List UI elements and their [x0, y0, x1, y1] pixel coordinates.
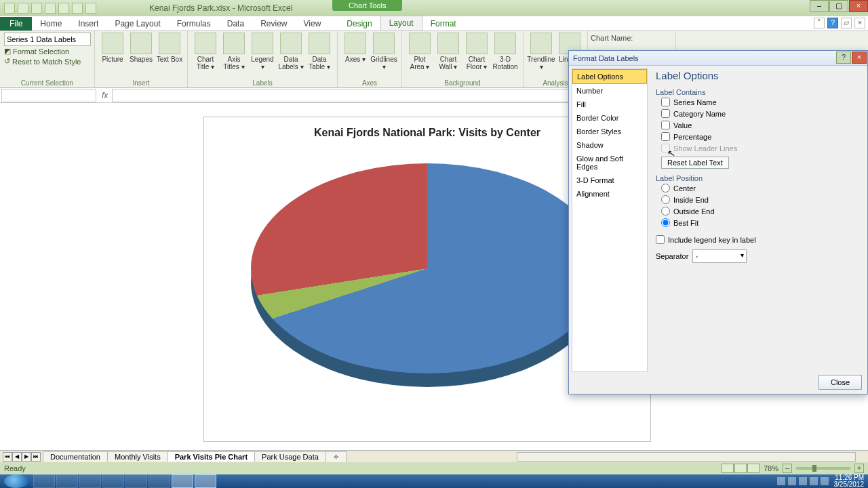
trendline-button[interactable]: Trendline ▾ — [528, 33, 555, 70]
cat-alignment[interactable]: Alignment — [572, 187, 647, 201]
cat-label-options[interactable]: Label Options — [572, 69, 647, 84]
plot-area-button[interactable]: Plot Area ▾ — [406, 33, 433, 70]
tray-flag-icon[interactable] — [788, 477, 796, 485]
opt-value[interactable]: Value — [656, 119, 862, 131]
file-tab[interactable]: File — [0, 17, 32, 30]
pos-center[interactable]: Center — [656, 182, 862, 194]
minimize-button[interactable]: – — [810, 0, 829, 12]
task-calc-icon[interactable] — [149, 474, 170, 488]
opt-series-name[interactable]: Series Name — [656, 96, 862, 108]
open-icon[interactable] — [58, 3, 69, 14]
opt-include-legend-key[interactable]: Include legend key in label — [656, 234, 862, 245]
cat-border-styles[interactable]: Border Styles — [572, 125, 647, 138]
zoom-in-button[interactable]: + — [854, 464, 864, 473]
minimize-ribbon-icon[interactable]: ˄ — [814, 18, 825, 28]
start-button[interactable] — [4, 474, 28, 488]
new-sheet-button[interactable]: ✧ — [326, 451, 347, 462]
axis-titles-button[interactable]: Axis Titles ▾ — [220, 33, 248, 70]
cat-3d-format[interactable]: 3-D Format — [572, 174, 647, 187]
tray-network-icon[interactable] — [810, 477, 818, 485]
tab-formulas[interactable]: Formulas — [169, 17, 219, 30]
sheet-nav-last[interactable]: ⏭ — [31, 452, 41, 462]
tab-insert[interactable]: Insert — [70, 17, 106, 30]
dialog-close-icon[interactable]: × — [852, 52, 867, 64]
view-page-break-icon[interactable] — [747, 464, 760, 473]
task-chrome-icon[interactable] — [79, 474, 101, 488]
legend-button[interactable]: Legend ▾ — [249, 33, 276, 70]
gridlines-button[interactable]: Gridlines ▾ — [370, 33, 397, 70]
task-firefox-icon[interactable] — [56, 474, 78, 488]
sheet-nav-prev[interactable]: ◀ — [12, 452, 22, 462]
picture-button[interactable]: Picture — [99, 33, 126, 63]
pos-outside-end[interactable]: Outside End — [656, 205, 862, 217]
view-page-layout-icon[interactable] — [734, 464, 747, 473]
cat-border-color[interactable]: Border Color — [572, 111, 647, 125]
tab-view[interactable]: View — [296, 17, 330, 30]
task-media-icon[interactable] — [125, 474, 147, 488]
tray-power-icon[interactable] — [799, 477, 807, 485]
cat-number[interactable]: Number — [572, 84, 647, 98]
3d-rotation-button[interactable]: 3-D Rotation — [492, 33, 519, 70]
view-normal-icon[interactable] — [722, 464, 734, 473]
format-selection-button[interactable]: ◩Format Selection — [4, 46, 90, 56]
chart-element-selector[interactable] — [4, 33, 91, 46]
sheet-tab-documentation[interactable]: Documentation — [43, 451, 108, 462]
task-ie-icon[interactable] — [102, 474, 124, 488]
task-camtasia-icon[interactable] — [195, 474, 216, 488]
sheet-nav-next[interactable]: ▶ — [22, 452, 31, 462]
chart-title-button[interactable]: Chart Title ▾ — [192, 33, 219, 70]
task-excel-icon[interactable] — [172, 474, 193, 488]
fx-icon[interactable]: fx — [98, 91, 112, 100]
pos-inside-end[interactable]: Inside End — [656, 194, 862, 205]
dialog-titlebar[interactable]: Format Data Labels ? × — [569, 51, 867, 66]
cat-glow[interactable]: Glow and Soft Edges — [572, 152, 647, 174]
tab-data[interactable]: Data — [219, 17, 252, 30]
opt-category-name[interactable]: Category Name — [656, 108, 862, 119]
sheet-tab-monthly-visits[interactable]: Monthly Visits — [107, 451, 168, 462]
sheet-tab-usage-data[interactable]: Park Usage Data — [254, 451, 326, 462]
tray-up-icon[interactable] — [777, 477, 785, 485]
tab-review[interactable]: Review — [252, 17, 295, 30]
name-box[interactable] — [1, 89, 96, 102]
shapes-button[interactable]: Shapes — [127, 33, 155, 63]
new-icon[interactable] — [72, 3, 83, 14]
pos-best-fit[interactable]: Best Fit — [656, 217, 862, 228]
close-workbook-icon[interactable]: × — [854, 18, 865, 28]
save-icon[interactable] — [18, 3, 28, 14]
zoom-slider[interactable] — [796, 467, 850, 470]
sheet-nav-first[interactable]: ⏮ — [3, 452, 12, 462]
dialog-help-icon[interactable]: ? — [836, 52, 851, 64]
reset-style-button[interactable]: ↺Reset to Match Style — [4, 56, 90, 66]
sheet-tab-pie-chart[interactable]: Park Visits Pie Chart — [167, 451, 255, 462]
tab-home[interactable]: Home — [32, 17, 70, 30]
close-button[interactable]: × — [849, 0, 868, 12]
chart-wall-button[interactable]: Chart Wall ▾ — [435, 33, 462, 70]
data-table-button[interactable]: Data Table ▾ — [306, 33, 333, 70]
tab-page-layout[interactable]: Page Layout — [106, 17, 168, 30]
pie-chart[interactable] — [251, 163, 604, 407]
maximize-button[interactable]: ▢ — [829, 0, 848, 12]
chart-floor-button[interactable]: Chart Floor ▾ — [463, 33, 490, 70]
print-preview-icon[interactable] — [85, 3, 96, 14]
text-box-button[interactable]: Text Box — [156, 33, 183, 63]
zoom-out-button[interactable]: – — [783, 464, 792, 473]
horizontal-scrollbar[interactable] — [517, 452, 856, 462]
tray-volume-icon[interactable] — [821, 477, 829, 485]
data-labels-button[interactable]: Data Labels ▾ — [277, 33, 304, 70]
axes-button[interactable]: Axes ▾ — [342, 33, 369, 63]
opt-percentage[interactable]: Percentage — [656, 131, 862, 142]
restore-workbook-icon[interactable]: ▱ — [841, 18, 852, 28]
separator-select[interactable]: , — [692, 249, 747, 263]
task-explorer-icon[interactable] — [33, 474, 55, 488]
cat-shadow[interactable]: Shadow — [572, 138, 647, 152]
reset-label-text-button[interactable]: Reset Label Text — [661, 157, 729, 169]
tab-layout[interactable]: Layout — [380, 16, 422, 30]
opt-leader-lines: Show Leader Lines — [656, 142, 862, 154]
undo-icon[interactable] — [31, 3, 42, 14]
tab-design[interactable]: Design — [338, 17, 380, 30]
cat-fill[interactable]: Fill — [572, 98, 647, 111]
redo-icon[interactable] — [45, 3, 56, 14]
help-icon[interactable]: ? — [827, 18, 838, 28]
dialog-close-button[interactable]: Close — [818, 375, 862, 390]
tab-format[interactable]: Format — [422, 17, 465, 30]
